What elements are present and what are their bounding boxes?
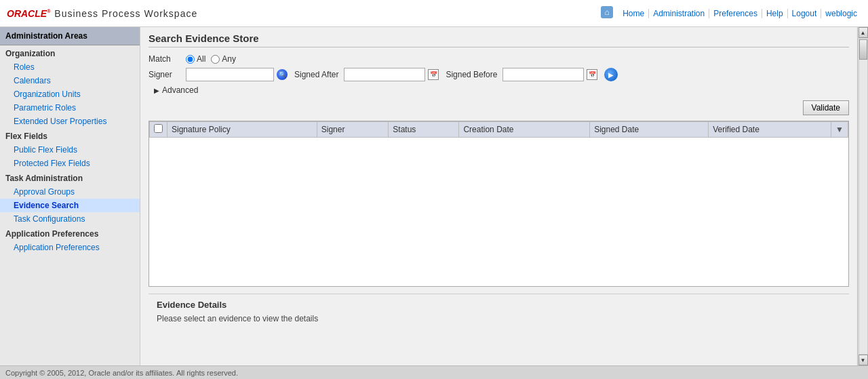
nav-home-icon: ⌂ bbox=[599, 5, 614, 22]
th-signer: Signer bbox=[317, 122, 389, 138]
signer-input[interactable] bbox=[186, 68, 274, 81]
match-all-radio[interactable] bbox=[186, 55, 195, 64]
sidebar-item-org-units[interactable]: Organization Units bbox=[0, 87, 140, 101]
signed-after-section: Signed After 📅 bbox=[294, 68, 439, 81]
run-search-icon[interactable]: ▶ bbox=[604, 68, 618, 81]
signer-search-icon[interactable]: 🔍 bbox=[277, 69, 288, 80]
nav-preferences[interactable]: Preferences bbox=[709, 9, 762, 18]
match-label: Match bbox=[149, 54, 186, 64]
match-options: All Any bbox=[186, 54, 236, 64]
footer-text: Copyright © 2005, 2012, Oracle and/or it… bbox=[5, 369, 238, 377]
sidebar-item-protected-flex-fields[interactable]: Protected Flex Fields bbox=[0, 157, 140, 170]
section-header-task-admin: Task Administration bbox=[0, 170, 140, 185]
th-verified-date: Verified Date bbox=[709, 122, 831, 138]
section-header-flex-fields: Flex Fields bbox=[0, 128, 140, 143]
results-table-wrapper[interactable]: Signature Policy Signer Status Creation … bbox=[149, 121, 849, 287]
signer-label: Signer bbox=[149, 70, 186, 79]
results-table: Signature Policy Signer Status Creation … bbox=[149, 121, 848, 138]
signer-row: Signer 🔍 Signed After 📅 Signed Before 📅 bbox=[149, 68, 849, 81]
scroll-track bbox=[859, 38, 868, 355]
validate-button[interactable]: Validate bbox=[803, 100, 849, 115]
sidebar: Administration Areas Organization Roles … bbox=[0, 27, 140, 365]
th-signed-date: Signed Date bbox=[590, 122, 709, 138]
app-title: Business Process Workspace bbox=[54, 8, 197, 19]
signed-after-input[interactable] bbox=[344, 68, 425, 81]
signed-before-label: Signed Before bbox=[446, 70, 497, 79]
select-all-checkbox[interactable] bbox=[154, 124, 163, 133]
content-area: Search Evidence Store Match All Any bbox=[140, 27, 857, 365]
match-all-text: All bbox=[197, 54, 205, 64]
match-row: Match All Any bbox=[149, 54, 849, 64]
match-any-text: Any bbox=[222, 54, 236, 64]
nav-administration[interactable]: Administration bbox=[649, 9, 709, 18]
match-all-label[interactable]: All bbox=[186, 54, 205, 64]
evidence-details-message: Please select an evidence to view the de… bbox=[157, 314, 841, 323]
footer: Copyright © 2005, 2012, Oracle and/or it… bbox=[0, 365, 868, 379]
oracle-wordmark: ORACLE® bbox=[7, 8, 50, 19]
signed-before-calendar-icon[interactable]: 📅 bbox=[587, 69, 597, 80]
svg-text:⌂: ⌂ bbox=[605, 7, 610, 17]
scroll-thumb[interactable] bbox=[859, 39, 867, 60]
evidence-details: Evidence Details Please select an eviden… bbox=[149, 294, 849, 329]
page-title: Search Evidence Store bbox=[149, 33, 849, 47]
nav-home[interactable]: Home bbox=[618, 9, 649, 18]
th-checkbox bbox=[150, 122, 167, 138]
content-inner: Search Evidence Store Match All Any bbox=[140, 27, 857, 334]
match-any-radio[interactable] bbox=[211, 55, 220, 64]
advanced-row: ▶ Advanced bbox=[154, 85, 849, 95]
sidebar-item-extended-user-props[interactable]: Extended User Properties bbox=[0, 115, 140, 128]
sidebar-item-approval-groups[interactable]: Approval Groups bbox=[0, 185, 140, 199]
sidebar-title: Administration Areas bbox=[0, 27, 140, 45]
main-layout: Administration Areas Organization Roles … bbox=[0, 27, 868, 365]
nav-logout[interactable]: Logout bbox=[788, 9, 822, 18]
signed-before-section: Signed Before 📅 ▶ bbox=[446, 68, 618, 81]
nav-help[interactable]: Help bbox=[762, 9, 788, 18]
advanced-toggle[interactable]: ▶ Advanced bbox=[154, 85, 198, 95]
content-scroll[interactable]: Search Evidence Store Match All Any bbox=[140, 27, 857, 365]
advanced-triangle-icon: ▶ bbox=[154, 87, 159, 94]
sidebar-item-public-flex-fields[interactable]: Public Flex Fields bbox=[0, 143, 140, 157]
section-header-organization: Organization bbox=[0, 45, 140, 60]
sidebar-item-application-preferences[interactable]: Application Preferences bbox=[0, 241, 140, 254]
sort-down-icon: ▼ bbox=[835, 125, 844, 134]
nav-links: ⌂ Home Administration Preferences Help L… bbox=[599, 5, 861, 22]
signed-before-input[interactable] bbox=[502, 68, 584, 81]
nav-user[interactable]: weblogic bbox=[821, 9, 861, 18]
scroll-down-button[interactable]: ▼ bbox=[859, 355, 868, 365]
table-header-row: Signature Policy Signer Status Creation … bbox=[150, 122, 848, 138]
th-status: Status bbox=[389, 122, 459, 138]
advanced-label: Advanced bbox=[162, 85, 198, 95]
th-sort[interactable]: ▼ bbox=[831, 122, 848, 138]
sidebar-item-roles[interactable]: Roles bbox=[0, 60, 140, 74]
header: ORACLE® Business Process Workspace ⌂ Hom… bbox=[0, 0, 868, 27]
th-signature-policy: Signature Policy bbox=[167, 122, 317, 138]
sidebar-item-task-configurations[interactable]: Task Configurations bbox=[0, 212, 140, 226]
validate-area: Validate bbox=[149, 100, 849, 118]
right-scrollbar: ▲ ▼ bbox=[857, 27, 868, 365]
sidebar-item-evidence-search[interactable]: Evidence Search bbox=[0, 199, 140, 212]
th-creation-date: Creation Date bbox=[459, 122, 590, 138]
sidebar-item-calendars[interactable]: Calendars bbox=[0, 74, 140, 87]
section-header-app-prefs: Application Preferences bbox=[0, 226, 140, 241]
signed-after-label: Signed After bbox=[294, 70, 338, 79]
sidebar-item-parametric-roles[interactable]: Parametric Roles bbox=[0, 101, 140, 115]
match-any-label[interactable]: Any bbox=[211, 54, 236, 64]
evidence-details-title: Evidence Details bbox=[157, 300, 841, 310]
logo-area: ORACLE® Business Process Workspace bbox=[7, 8, 197, 19]
oracle-logo: ORACLE® bbox=[7, 8, 50, 19]
signed-after-calendar-icon[interactable]: 📅 bbox=[428, 69, 439, 80]
scroll-up-button[interactable]: ▲ bbox=[859, 27, 868, 38]
